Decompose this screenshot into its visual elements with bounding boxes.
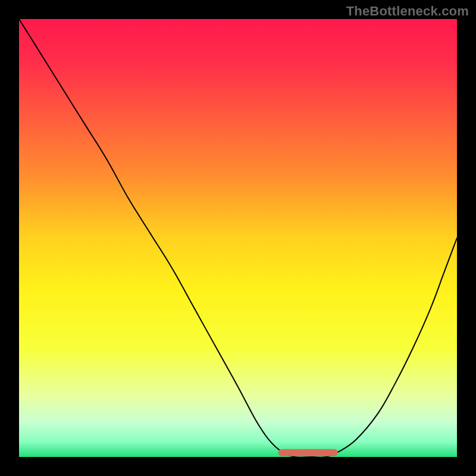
chart-svg <box>19 19 457 457</box>
watermark-text: TheBottleneck.com <box>346 4 469 19</box>
chart-plot-area <box>19 19 457 457</box>
chart-frame: TheBottleneck.com <box>0 0 476 476</box>
